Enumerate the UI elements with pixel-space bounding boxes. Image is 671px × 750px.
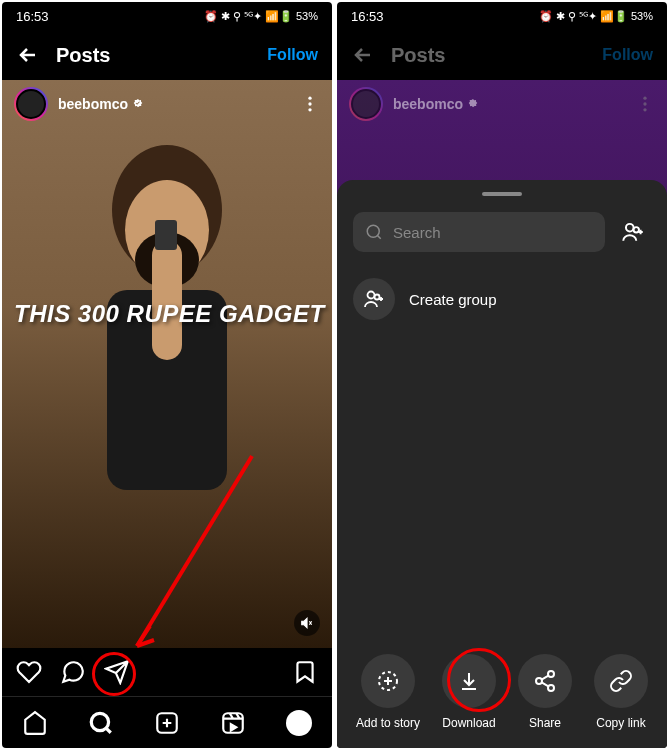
status-bar: 16:53 ⏰ ✱ ⚲ ⁵ᴳ✦ 📶🔋53% bbox=[2, 2, 332, 30]
bookmark-icon[interactable] bbox=[292, 659, 318, 685]
status-time: 16:53 bbox=[351, 9, 384, 24]
copy-link-button[interactable]: Copy link bbox=[594, 654, 648, 730]
post-media[interactable]: THIS 300 RUPEE GADGET bbox=[2, 80, 332, 648]
header-title: Posts bbox=[56, 44, 251, 67]
search-row: Search bbox=[337, 212, 667, 252]
home-icon[interactable] bbox=[22, 710, 48, 736]
status-time: 16:53 bbox=[16, 9, 49, 24]
download-button[interactable]: Download bbox=[442, 654, 496, 730]
back-icon[interactable] bbox=[16, 43, 40, 67]
svg-point-8 bbox=[308, 108, 311, 111]
avatar[interactable] bbox=[14, 87, 48, 121]
svg-point-6 bbox=[308, 97, 311, 100]
svg-point-16 bbox=[626, 224, 634, 232]
posts-header: Posts Follow bbox=[2, 30, 332, 80]
svg-point-13 bbox=[643, 102, 646, 105]
status-bar: 16:53 ⏰ ✱ ⚲ ⁵ᴳ✦ 📶🔋53% bbox=[337, 2, 667, 30]
search-icon bbox=[365, 223, 383, 241]
verified-icon bbox=[132, 98, 144, 110]
add-to-story-button[interactable]: Add to story bbox=[356, 654, 420, 730]
sheet-handle[interactable] bbox=[482, 192, 522, 196]
svg-point-17 bbox=[634, 227, 639, 232]
create-icon[interactable] bbox=[154, 710, 180, 736]
share-icon bbox=[533, 669, 557, 693]
svg-point-7 bbox=[308, 102, 311, 105]
status-icons: ⏰ ✱ ⚲ ⁵ᴳ✦ 📶🔋53% bbox=[539, 10, 653, 23]
status-icons: ⏰ ✱ ⚲ ⁵ᴳ✦ 📶🔋53% bbox=[204, 10, 318, 23]
follow-link[interactable]: Follow bbox=[602, 46, 653, 64]
link-icon bbox=[609, 669, 633, 693]
share-button[interactable]: Share bbox=[518, 654, 572, 730]
phone-left: 16:53 ⏰ ✱ ⚲ ⁵ᴳ✦ 📶🔋53% Posts Follow THIS … bbox=[2, 2, 332, 748]
svg-point-9 bbox=[91, 713, 108, 730]
mute-icon[interactable] bbox=[294, 610, 320, 636]
svg-point-12 bbox=[643, 97, 646, 100]
svg-point-21 bbox=[548, 671, 554, 677]
post-header: beebomco bbox=[337, 80, 667, 128]
comment-icon[interactable] bbox=[60, 659, 86, 685]
svg-point-22 bbox=[536, 678, 542, 684]
add-story-icon bbox=[376, 669, 400, 693]
svg-point-14 bbox=[643, 108, 646, 111]
like-icon[interactable] bbox=[16, 659, 42, 685]
download-icon bbox=[457, 669, 481, 693]
profile-nav-icon[interactable] bbox=[286, 710, 312, 736]
search-input[interactable]: Search bbox=[353, 212, 605, 252]
post-header: beebomco bbox=[2, 80, 332, 128]
svg-point-15 bbox=[367, 225, 379, 237]
reels-icon[interactable] bbox=[220, 710, 246, 736]
send-icon[interactable] bbox=[104, 659, 130, 685]
svg-point-19 bbox=[375, 295, 380, 300]
back-icon[interactable] bbox=[351, 43, 375, 67]
svg-point-18 bbox=[368, 292, 375, 299]
create-group-label: Create group bbox=[409, 291, 497, 308]
phone-right: 16:53 ⏰ ✱ ⚲ ⁵ᴳ✦ 📶🔋53% Posts Follow beebo… bbox=[337, 2, 667, 748]
more-icon[interactable] bbox=[635, 94, 655, 114]
bottom-nav bbox=[2, 696, 332, 748]
username[interactable]: beebomco bbox=[393, 96, 479, 112]
username[interactable]: beebomco bbox=[58, 96, 144, 112]
svg-point-23 bbox=[548, 685, 554, 691]
more-icon[interactable] bbox=[300, 94, 320, 114]
share-sheet: Search Create group Add to story bbox=[337, 180, 667, 748]
post-actions bbox=[2, 648, 332, 696]
create-group-button[interactable]: Create group bbox=[337, 268, 667, 330]
posts-header: Posts Follow bbox=[337, 30, 667, 80]
search-nav-icon[interactable] bbox=[88, 710, 114, 736]
verified-icon bbox=[467, 98, 479, 110]
sheet-actions: Add to story Download Share Copy link bbox=[337, 654, 667, 730]
reel-caption: THIS 300 RUPEE GADGET bbox=[14, 300, 325, 328]
svg-rect-5 bbox=[155, 220, 177, 250]
person-image bbox=[67, 130, 267, 530]
follow-link[interactable]: Follow bbox=[267, 46, 318, 64]
add-people-icon[interactable] bbox=[615, 214, 651, 250]
group-icon bbox=[353, 278, 395, 320]
avatar[interactable] bbox=[349, 87, 383, 121]
header-title: Posts bbox=[391, 44, 586, 67]
